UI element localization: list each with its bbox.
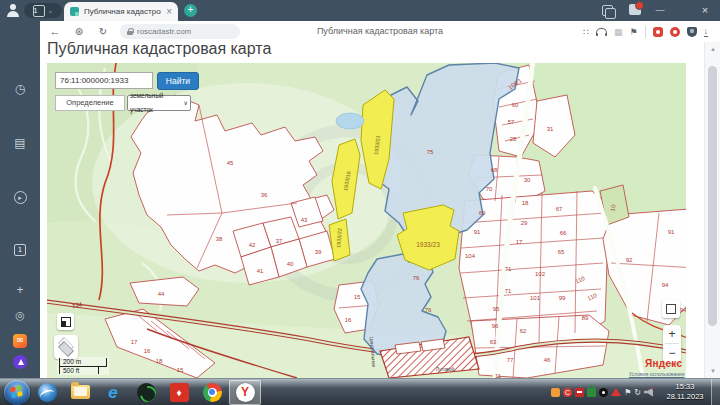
tray-sync-icon[interactable]: ↻ (634, 388, 641, 397)
tray-flag-icon[interactable]: ⚑ (624, 388, 631, 397)
parcel-number-95: 95 (493, 306, 500, 312)
parcel-number-29: 29 (521, 220, 528, 226)
red-extension-2-icon[interactable] (670, 27, 680, 37)
new-tab-button[interactable]: + (184, 4, 197, 17)
taskbar-app-red[interactable]: ♦ (163, 380, 195, 405)
tray-lock-icon[interactable] (587, 388, 596, 397)
tray-black-dot-icon[interactable] (599, 388, 608, 397)
parcel-number-16: 16 (144, 348, 151, 354)
taskbar-app-chrome[interactable] (196, 380, 228, 405)
red-app-icon: ♦ (170, 383, 189, 402)
base-layer-button[interactable] (57, 313, 74, 330)
scale-metric: 200 m (59, 358, 107, 367)
selected-parcel-label-1933-16: 1933/16 (342, 171, 351, 192)
cadastral-search-input[interactable]: 76:11:000000:1933 (55, 72, 153, 89)
scrollbar-thumb[interactable] (708, 66, 717, 326)
filter-select[interactable]: земельный участок ∨ (127, 95, 191, 111)
tray-volume-icon[interactable] (644, 388, 653, 397)
window-minimize-button[interactable]: — (652, 3, 668, 18)
headphones-icon[interactable] (596, 28, 607, 36)
parcel-number-76: 76 (425, 307, 432, 313)
search-button[interactable]: Найти (157, 72, 199, 90)
clock-time: 15:33 (659, 382, 711, 392)
scroll-up-icon[interactable]: ▴ (705, 45, 720, 53)
layers-button[interactable] (54, 335, 78, 359)
panels-icon[interactable] (602, 5, 613, 16)
parcel-number-75: 75 (427, 149, 434, 155)
refresh-icon[interactable]: ↻ (94, 21, 112, 42)
red-extension-icon[interactable] (653, 27, 663, 37)
scale-imperial: 500 ft (59, 367, 99, 374)
tab-group-button[interactable]: 1 ⌄ (24, 3, 62, 18)
yandex-mail-icon[interactable]: ✉ (0, 333, 40, 348)
yandex-logo[interactable]: Яндекс (645, 358, 682, 369)
scroll-down-icon[interactable]: ▾ (705, 367, 720, 375)
back-icon[interactable]: ← (46, 21, 64, 42)
profile-avatar-icon[interactable] (6, 3, 20, 17)
tray-red-c-icon[interactable]: C (563, 388, 572, 397)
parcel-number-96: 96 (492, 323, 499, 329)
parcel-number-108-1: 108/1 (507, 77, 523, 91)
parcel-number-17: 17 (516, 239, 523, 245)
alice-icon[interactable] (0, 355, 40, 372)
fullscreen-button[interactable] (662, 300, 680, 318)
parcel-number-71: 71 (505, 288, 512, 294)
parcel-number-66: 66 (560, 230, 567, 236)
zoom-in-button[interactable]: + (663, 325, 681, 343)
parcel-number-40: 40 (287, 261, 294, 267)
scale-bar: 200 m 500 ft (57, 357, 109, 375)
tab-panel-icon[interactable]: 1 (0, 242, 40, 256)
tab-close-icon[interactable]: × (166, 7, 172, 17)
chevron-down-icon: ⌄ (48, 7, 54, 14)
parcel-number-77: 77 (507, 357, 514, 363)
media-play-icon[interactable]: ▸ (0, 190, 40, 204)
url-field[interactable]: roscadastr.com (120, 24, 240, 39)
window-restore-button[interactable] (674, 3, 690, 18)
site-badge-icon[interactable]: ⊛ (70, 21, 88, 42)
tray-orange-app-icon[interactable] (551, 388, 560, 397)
taskbar-app-yandex-browser[interactable]: Y (229, 380, 261, 405)
history-icon[interactable]: ◷ (0, 83, 40, 96)
windows-flag-icon (10, 384, 24, 399)
collections-icon[interactable]: ▤ (0, 137, 40, 150)
parcel-number-30: 30 (524, 177, 531, 183)
tray-red-square-icon[interactable] (575, 388, 584, 397)
tab-title: Публичная кадастров (84, 7, 161, 16)
parcel-number-91: 91 (474, 229, 481, 235)
dark-extension-icon[interactable] (687, 27, 697, 37)
page-content: Публичная кадастровая карта (40, 42, 704, 378)
page-scrollbar[interactable]: ▴ ▾ (704, 42, 720, 378)
taskbar-clock[interactable]: 15:33 28.11.2023 (659, 382, 711, 402)
tiles-icon[interactable]: ▦ (614, 27, 623, 37)
extensions-grid-icon[interactable]: ∷ (583, 27, 589, 37)
taskbar-app-google-earth[interactable] (31, 380, 63, 405)
sas-planet-icon (137, 383, 156, 402)
settings-icon[interactable]: ◎ (0, 309, 40, 322)
notification-badge (635, 1, 644, 10)
google-earth-icon (38, 383, 57, 402)
selected-parcel-label-1933-22: 1933/22 (335, 228, 343, 248)
lock-icon (127, 28, 133, 35)
add-panel-icon[interactable]: + (0, 284, 40, 297)
filter-value: земельный участок (130, 89, 184, 117)
notifications-icon[interactable] (629, 4, 641, 15)
parcel-number-101: 101 (530, 295, 540, 301)
parcel-number-1933-23: 1933/23 (416, 241, 440, 248)
taskbar-app-file-manager[interactable] (64, 380, 96, 405)
show-desktop-button[interactable] (711, 379, 720, 405)
tray-red-triangle-icon[interactable] (611, 388, 621, 396)
taskbar-app-sas-planet[interactable] (130, 380, 162, 405)
taskbar-app-internet-explorer[interactable]: e (97, 380, 129, 405)
window-close-button[interactable]: × (697, 3, 713, 18)
parcel-number-68: 68 (491, 167, 498, 173)
parcel-number-18: 18 (522, 200, 529, 206)
terms-link[interactable]: Условия использования (629, 371, 685, 377)
selected-parcel-label-1933-21: 1933/21 (373, 135, 381, 155)
parcel-number-10: 10 (609, 204, 616, 212)
parcel-number-28: 28 (510, 136, 517, 142)
browser-tab[interactable]: Публичная кадастров × (64, 2, 178, 21)
cadastral-map[interactable]: 134 453638423743394041441716181515167576… (47, 63, 686, 378)
start-button[interactable] (4, 380, 30, 405)
downloads-icon[interactable]: ↓ (704, 27, 709, 37)
bookmark-flag-icon[interactable]: ⚑ (629, 27, 637, 37)
